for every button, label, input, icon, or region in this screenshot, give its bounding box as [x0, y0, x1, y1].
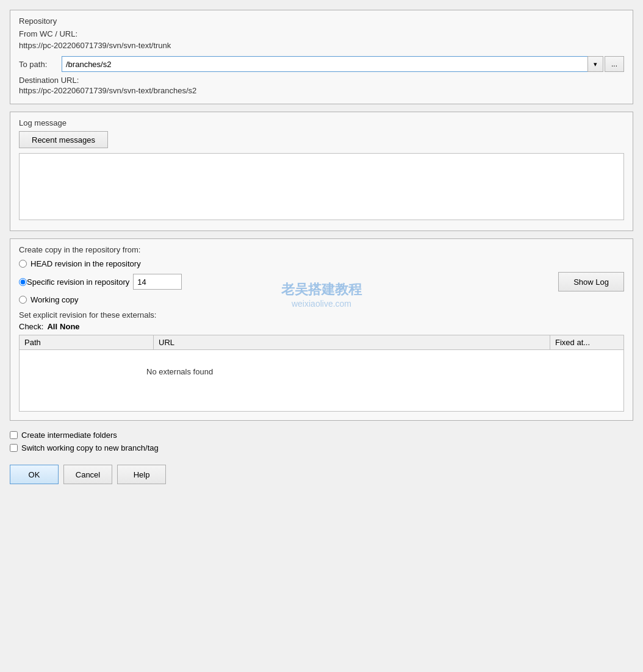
col-url: URL — [154, 335, 550, 349]
help-button[interactable]: Help — [117, 465, 166, 484]
working-copy-radio[interactable] — [19, 296, 27, 304]
from-wc-url: https://pc-202206071739/svn/svn-text/tru… — [19, 41, 624, 50]
create-folders-checkbox[interactable] — [10, 431, 18, 439]
to-path-dropdown-btn[interactable]: ▾ — [587, 56, 603, 72]
copy-options-section: Create copy in the repository from: HEAD… — [10, 238, 633, 421]
copy-section-label: Create copy in the repository from: — [19, 245, 624, 254]
log-message-label: Log message — [19, 118, 624, 127]
check-label: Check: — [19, 322, 43, 331]
from-wc-label: From WC / URL: — [19, 29, 624, 38]
working-copy-label: Working copy — [31, 295, 79, 304]
externals-section: Set explicit revision for these external… — [19, 310, 624, 412]
to-path-browse-btn[interactable]: ... — [605, 56, 624, 72]
ok-button[interactable]: OK — [10, 465, 59, 484]
col-fixed: Fixed at... — [550, 335, 623, 349]
to-path-input-group: ▾ ... — [62, 56, 624, 72]
create-folders-row: Create intermediate folders — [10, 431, 633, 440]
recent-messages-button[interactable]: Recent messages — [19, 131, 108, 148]
destination-url: https://pc-202206071739/svn/svn-text/bra… — [19, 86, 624, 95]
head-revision-radio[interactable] — [19, 260, 27, 268]
externals-label: Set explicit revision for these external… — [19, 310, 624, 320]
show-log-button[interactable]: Show Log — [558, 272, 624, 291]
to-path-row: To path: ▾ ... — [19, 56, 624, 72]
action-row: OK Cancel Help — [10, 465, 633, 484]
externals-table: Path URL Fixed at... No externals found — [19, 335, 624, 412]
all-button[interactable]: All — [47, 322, 57, 331]
to-path-label: To path: — [19, 60, 62, 69]
col-path: Path — [20, 335, 154, 349]
none-button[interactable]: None — [60, 322, 80, 331]
cancel-button[interactable]: Cancel — [63, 465, 112, 484]
head-revision-row: HEAD revision in the repository — [19, 259, 624, 268]
bottom-section: Create intermediate folders Switch worki… — [10, 428, 633, 459]
log-message-textarea[interactable] — [19, 153, 624, 220]
switch-copy-row: Switch working copy to new branch/tag — [10, 443, 633, 452]
table-body: No externals found — [20, 350, 623, 411]
specific-revision-label: Specific revision in repository — [27, 277, 129, 287]
repository-label: Repository — [19, 16, 624, 26]
working-copy-row: Working copy — [19, 295, 624, 304]
revision-number-input[interactable] — [133, 274, 182, 290]
table-header: Path URL Fixed at... — [20, 335, 623, 350]
destination-label: Destination URL: — [19, 76, 624, 85]
switch-copy-label: Switch working copy to new branch/tag — [21, 443, 159, 452]
create-folders-label: Create intermediate folders — [21, 431, 117, 440]
to-path-input[interactable] — [62, 56, 588, 72]
log-message-section: Log message Recent messages — [10, 112, 633, 231]
check-row: Check: All None — [19, 322, 624, 331]
switch-copy-checkbox[interactable] — [10, 444, 18, 452]
no-externals-message: No externals found — [146, 367, 213, 376]
head-revision-label: HEAD revision in the repository — [31, 259, 141, 268]
specific-revision-radio[interactable] — [19, 278, 27, 286]
repository-section: Repository From WC / URL: https://pc-202… — [10, 10, 633, 104]
specific-revision-row: Specific revision in repository Show Log — [19, 272, 624, 291]
specific-left: Specific revision in repository — [19, 274, 182, 290]
